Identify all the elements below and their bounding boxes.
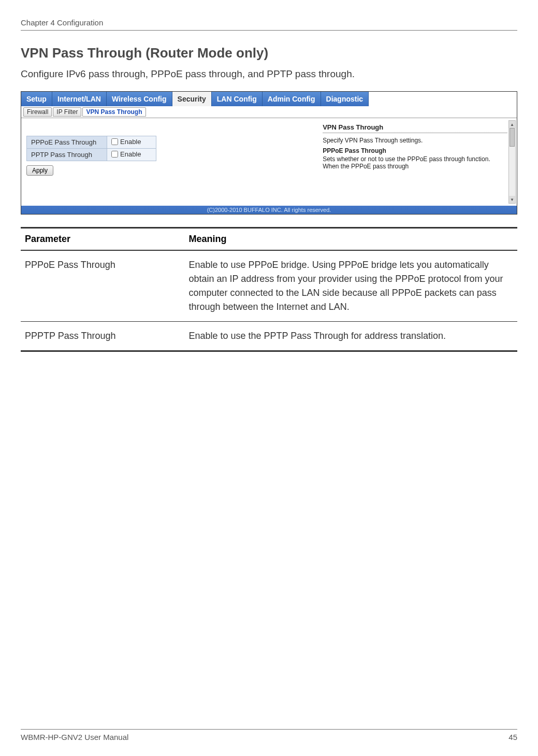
settings-table: PPPoE Pass Through Enable PPTP Pass Thro… — [26, 136, 156, 161]
subtab-firewall[interactable]: Firewall — [23, 107, 52, 117]
table-row: PPPTP Pass Through Enable to use the PPT… — [21, 322, 517, 351]
manual-name: WBMR-HP-GNV2 User Manual — [21, 733, 128, 741]
table-row: PPPoE Pass Through Enable to use PPPoE b… — [21, 250, 517, 322]
scroll-down-icon[interactable]: ▼ — [509, 196, 515, 203]
main-area: PPPoE Pass Through Enable PPTP Pass Thro… — [21, 118, 517, 206]
meaning-header: Meaning — [184, 228, 517, 251]
main-nav: Setup Internet/LAN Wireless Config Secur… — [21, 92, 517, 106]
help-panel: VPN Pass Through Specify VPN Pass Throug… — [318, 118, 517, 206]
section-intro: Configure IPv6 pass through, PPPoE pass … — [21, 68, 517, 80]
tab-admin-config[interactable]: Admin Config — [263, 92, 321, 106]
router-ui-screenshot: Setup Internet/LAN Wireless Config Secur… — [21, 91, 517, 215]
copyright-bar: (C)2000-2010 BUFFALO INC. All rights res… — [21, 206, 517, 214]
apply-button[interactable]: Apply — [26, 165, 53, 176]
subtab-vpn-pass-through[interactable]: VPN Pass Through — [82, 107, 146, 117]
pppoe-enable-text: Enable — [120, 138, 141, 146]
param-cell: PPPoE Pass Through — [21, 250, 184, 322]
scrollbar[interactable]: ▲ ▼ — [508, 120, 516, 204]
help-separator — [323, 132, 507, 134]
help-subdesc: Sets whether or not to use the PPPoE pas… — [323, 155, 507, 170]
pppoe-label: PPPoE Pass Through — [27, 136, 107, 149]
section-title: VPN Pass Through (Router Mode only) — [21, 45, 517, 61]
meaning-cell: Enable to use PPPoE bridge. Using PPPoE … — [184, 250, 517, 322]
page-footer: WBMR-HP-GNV2 User Manual 45 — [21, 729, 517, 741]
subtab-ip-filter[interactable]: IP Filter — [53, 107, 81, 117]
help-subtitle: PPPoE Pass Through — [323, 147, 507, 154]
tab-setup[interactable]: Setup — [21, 92, 52, 106]
scroll-up-icon[interactable]: ▲ — [509, 121, 515, 128]
pptp-value: Enable — [107, 149, 156, 161]
tab-wireless-config[interactable]: Wireless Config — [107, 92, 172, 106]
help-desc: Specify VPN Pass Through settings. — [323, 137, 507, 144]
pppoe-checkbox-wrapper[interactable]: Enable — [111, 138, 141, 146]
page-header: Chapter 4 Configuration — [21, 18, 517, 31]
pptp-label: PPTP Pass Through — [27, 149, 107, 161]
tab-security[interactable]: Security — [172, 92, 212, 106]
setting-row-pppoe: PPPoE Pass Through Enable — [27, 136, 156, 149]
param-header: Parameter — [21, 228, 184, 251]
pppoe-checkbox[interactable] — [111, 138, 118, 145]
pptp-enable-text: Enable — [120, 150, 141, 158]
help-title: VPN Pass Through — [323, 123, 507, 131]
pptp-checkbox[interactable] — [111, 151, 118, 158]
scroll-thumb[interactable] — [510, 128, 515, 147]
page-number: 45 — [508, 733, 517, 741]
tab-lan-config[interactable]: LAN Config — [212, 92, 263, 106]
tab-internet-lan[interactable]: Internet/LAN — [52, 92, 107, 106]
settings-panel: PPPoE Pass Through Enable PPTP Pass Thro… — [21, 118, 318, 206]
meaning-cell: Enable to use the PPTP Pass Through for … — [184, 322, 517, 351]
param-cell: PPPTP Pass Through — [21, 322, 184, 351]
pppoe-value: Enable — [107, 136, 156, 149]
setting-row-pptp: PPTP Pass Through Enable — [27, 149, 156, 161]
sub-nav: Firewall IP Filter VPN Pass Through Logo… — [21, 106, 517, 118]
parameter-table: Parameter Meaning PPPoE Pass Through Ena… — [21, 227, 517, 352]
pptp-checkbox-wrapper[interactable]: Enable — [111, 150, 141, 158]
chapter-label: Chapter 4 Configuration — [21, 18, 103, 27]
tab-diagnostic[interactable]: Diagnostic — [321, 92, 369, 106]
